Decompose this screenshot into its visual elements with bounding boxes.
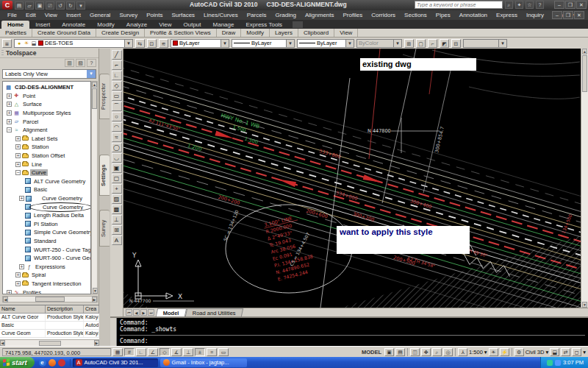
layer-manager-icon[interactable]: ≣ (2, 39, 12, 48)
expand-icon[interactable] (7, 93, 12, 99)
menu-surfaces[interactable]: Surfaces (168, 10, 200, 20)
menu-view[interactable]: View (40, 10, 62, 20)
ribbon-tab-view[interactable]: View (153, 21, 177, 29)
scroll-thumb[interactable] (39, 341, 61, 346)
expand-icon[interactable] (15, 272, 21, 277)
prev-tab-icon[interactable]: ◀ (133, 309, 140, 316)
hatch-icon[interactable]: ▨ (112, 194, 122, 204)
menu-express[interactable]: Express (492, 10, 522, 20)
grid-toggle[interactable]: # (124, 348, 135, 356)
menu-edit[interactable]: Edit (21, 10, 40, 20)
chevron-down-icon[interactable]: ▼ (220, 40, 229, 47)
scroll-up-icon[interactable]: ▲ (582, 49, 587, 54)
polygon-icon[interactable]: ◇ (112, 81, 122, 91)
expand-icon[interactable] (7, 102, 12, 107)
plot-icon[interactable]: ⎚ (46, 1, 54, 10)
internet-explorer-icon[interactable]: e (39, 359, 46, 367)
drawing-viewport[interactable]: HWY No. 1 WB 1.500 1.500 1.200 533+800 3… (123, 49, 581, 308)
save-icon[interactable]: ▣ (35, 1, 44, 10)
clock[interactable]: 3:07 PM (563, 359, 584, 366)
chevron-down-icon[interactable]: ▼ (345, 40, 354, 47)
tree-item-profiles[interactable]: ∿Profiles (3, 288, 90, 294)
favorites-icon[interactable]: ☆ (526, 1, 534, 9)
insert-block-icon[interactable]: ▣ (112, 163, 122, 173)
gradient-icon[interactable]: ▩ (112, 205, 122, 214)
panel-view[interactable]: View (334, 29, 358, 37)
tree-item-label-sets[interactable]: Label Sets (3, 135, 90, 144)
scroll-down-icon[interactable]: ▼ (93, 288, 98, 294)
menu-profiles[interactable]: Profiles (339, 10, 368, 20)
tree-item-alignment[interactable]: ≈Alignment (3, 126, 90, 135)
view-filter-dropdown[interactable]: Labels Only View ▼ (2, 69, 96, 79)
panel-clipboard[interactable]: Clipboard (298, 29, 334, 37)
status-menu-arrow-icon[interactable]: ▾ (583, 349, 586, 355)
lock-fade-icon[interactable]: ◩ (440, 39, 449, 48)
tree-item-surface[interactable]: △Surface (3, 100, 90, 109)
clean-screen-icon[interactable]: ◻ (572, 348, 581, 356)
tree-item-length-radius-delta[interactable]: Length Radius Delta (3, 211, 90, 220)
tree-item-tangent-intersection[interactable]: Tangent Intersection (3, 280, 90, 289)
open-icon[interactable]: ▱ (25, 1, 34, 10)
tab-prospector[interactable]: Prospector (99, 74, 110, 119)
construction-line-icon[interactable]: ⌐ (112, 60, 122, 70)
panel-modify[interactable]: Modify (241, 29, 270, 37)
tab-settings[interactable]: Settings (99, 155, 110, 196)
line-icon[interactable]: ╱ (112, 50, 122, 60)
communication-center-icon[interactable]: ✦ (515, 1, 523, 9)
ribbon-tab-analyze[interactable]: Analyze (121, 21, 153, 29)
tab-model[interactable]: Model (156, 308, 187, 316)
panel-profile-section-views[interactable]: Profile & Section Views (145, 29, 217, 37)
tree-item-wurt-900[interactable]: WURT-900 - Curve Geometry (3, 254, 90, 263)
scroll-left-icon[interactable]: ◀ (0, 340, 5, 346)
tree-item-parcel[interactable]: ▱Parcel (3, 117, 90, 126)
doc-minimize-button[interactable]: – (552, 11, 562, 19)
chevron-down-icon[interactable]: ▼ (124, 40, 132, 47)
polar-toggle[interactable]: ∠ (148, 348, 158, 356)
search-icon[interactable]: ⌕ (505, 1, 513, 9)
qat-dropdown-icon[interactable]: ▾ (76, 1, 85, 10)
menu-inquiry[interactable]: Inquiry (522, 10, 548, 20)
tree-item-line[interactable]: Line (3, 160, 90, 169)
palette-grip[interactable] (1, 50, 4, 57)
scroll-up-icon[interactable]: ▲ (92, 82, 97, 88)
ribbon-tab-manage[interactable]: Manage (207, 21, 240, 29)
menu-annotation[interactable]: Annotation (455, 10, 492, 20)
collapse-icon[interactable] (7, 127, 12, 132)
taskbar-item-autocad[interactable]: A AutoCAD Civil 3D 201... (73, 358, 158, 367)
ellipse-icon[interactable]: ◯ (112, 143, 122, 152)
tree-item-standard[interactable]: Standard (3, 237, 90, 246)
menu-points[interactable]: Points (142, 10, 167, 20)
osnap-toggle[interactable]: ◇ (159, 348, 170, 356)
panel-layers[interactable]: Layers (270, 29, 298, 37)
list-hscrollbar[interactable]: ◀ ▶ (0, 339, 99, 346)
layout-icon[interactable]: ▤ (395, 348, 405, 356)
panorama-icon[interactable]: ▥ (65, 59, 74, 67)
firefox-icon[interactable] (49, 359, 56, 367)
first-tab-icon[interactable]: ⏮ (126, 309, 132, 316)
tree-item-pi-station[interactable]: PI Station (3, 220, 90, 229)
expand-icon[interactable] (19, 264, 24, 269)
workspace-gear-icon[interactable]: ⚙ (514, 348, 524, 356)
expand-icon[interactable] (15, 136, 21, 141)
point-tool-icon[interactable]: + (112, 184, 122, 194)
menu-alignments[interactable]: Alignments (301, 10, 339, 20)
tree-item-curve[interactable]: Curve (3, 169, 90, 177)
menu-pipes[interactable]: Pipes (431, 10, 455, 20)
lwt-toggle[interactable]: ≡ (207, 348, 217, 356)
app-logo-icon[interactable]: C (2, 1, 12, 10)
command-window[interactable]: Command: Command: _showts Command: (110, 316, 588, 346)
help-icon[interactable]: ? (536, 1, 544, 9)
make-block-icon[interactable]: ▢ (112, 174, 122, 183)
settings-icon[interactable]: ⊟ (451, 39, 461, 48)
lock-icon[interactable]: ⬓ (31, 40, 37, 46)
layer-isolate-icon[interactable]: ⊡ (147, 39, 157, 48)
spline-icon[interactable]: ≈ (112, 132, 122, 142)
menu-grading[interactable]: Grading (270, 10, 300, 20)
infocenter-search-input[interactable] (415, 1, 503, 9)
scroll-left-icon[interactable]: ◀ (3, 297, 8, 302)
tree-item-point[interactable]: ✚Point (3, 92, 90, 101)
annotation-scale-value[interactable]: 1:500 (469, 349, 483, 355)
preview-icon[interactable]: ▧ (76, 59, 85, 67)
ribbon-tab-output[interactable]: Output (178, 21, 207, 29)
tray-shield-icon[interactable] (547, 360, 553, 366)
